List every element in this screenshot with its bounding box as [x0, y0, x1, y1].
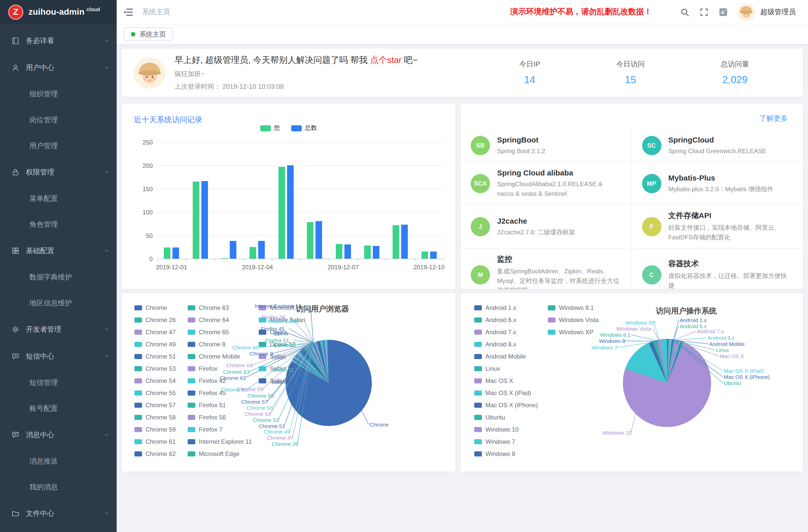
sidebar-item-basic-config[interactable]: 基础配置 — [0, 237, 117, 264]
legend-item[interactable]: Android 7.x — [474, 329, 538, 336]
legend-item[interactable]: Chrome 47 — [134, 329, 176, 336]
legend-item[interactable]: 您 — [260, 124, 280, 132]
font-size-icon[interactable]: A+ — [719, 7, 728, 17]
legend-item[interactable]: Opera — [259, 329, 305, 336]
legend-item[interactable]: Firefox — [188, 365, 252, 372]
legend-label: Mac OS X (iPad) — [485, 389, 531, 397]
sidebar-item-permission[interactable]: 权限管理 — [0, 159, 117, 186]
legend-item[interactable]: Ubuntu — [474, 414, 538, 421]
menu-label: 务必详看 — [26, 36, 54, 45]
legend-label: Windows 7 — [485, 438, 515, 445]
sidebar-subitem[interactable]: 我的消息 — [0, 474, 117, 500]
legend-item[interactable]: Mac OS X — [474, 377, 538, 384]
star-link[interactable]: 点个star — [370, 55, 402, 65]
legend-item[interactable]: Firefox 42 — [188, 377, 252, 384]
legend-item[interactable]: Windows 7 — [474, 438, 538, 445]
sidebar-subitem[interactable]: 消息推送 — [0, 448, 117, 474]
legend-item[interactable]: Mac OS X (iPad) — [474, 389, 538, 397]
sidebar-item-sms-center[interactable]: 短信中心 — [0, 343, 117, 370]
feature-item[interactable]: SC SpringCloud Spring Cloud Greenwich.RE… — [632, 129, 803, 162]
feature-item[interactable]: MP Mybatis-Plus Mybatis-plus 3.2.0：Mybat… — [632, 162, 803, 205]
sidebar-subitem[interactable]: 地区信息维护 — [0, 290, 117, 316]
legend-item[interactable]: Windows XP — [548, 329, 599, 336]
legend-item[interactable]: Chrome 65 — [188, 329, 252, 336]
legend-label: Windows 10 — [485, 426, 519, 433]
sidebar-subitem[interactable]: 岗位管理 — [0, 107, 117, 133]
feature-item[interactable]: J J2cache J2cache2.7.8: 二级缓存框架 — [461, 205, 632, 248]
bar — [422, 252, 428, 259]
fullscreen-icon[interactable] — [699, 7, 709, 17]
menu-collapse-icon[interactable] — [123, 6, 134, 18]
legend-item[interactable]: Microsoft Edge — [188, 450, 252, 457]
legend-item[interactable]: Windows 8.1 — [548, 304, 599, 311]
feature-item[interactable]: M 监控 集成SpringBootAdmin、Zipkin、Redis、Mysq… — [461, 248, 632, 289]
legend-item[interactable]: Mac OS X (iPhone) — [474, 402, 538, 409]
legend-item[interactable]: Chrome 59 — [134, 426, 176, 433]
legend-item[interactable]: Safari — [259, 353, 305, 360]
legend-item[interactable]: Chrome 57 — [134, 402, 176, 409]
legend-item[interactable]: 总数 — [291, 124, 317, 132]
feature-item[interactable]: C 容器技术 虚拟化容器技术，让迁移、部署更加方便快捷 — [632, 248, 803, 289]
feature-item[interactable]: SB SpringBoot Spring Boot 2.1.2 — [461, 129, 632, 162]
feature-item[interactable]: F 文件存储API 封装文件接口，实现本地存储、阿里云、FastDFS存储的配置… — [632, 205, 803, 248]
legend-item[interactable]: Chrome 58 — [134, 414, 176, 421]
legend-label: Safari 11 — [270, 365, 294, 372]
legend-item[interactable]: Android Mobile — [474, 353, 538, 360]
breadcrumb[interactable]: 系统主页 — [142, 7, 170, 17]
legend-item[interactable]: Linux — [474, 365, 538, 372]
sidebar-item-message-center[interactable]: 消息中心 — [0, 421, 117, 448]
legend-item[interactable]: Chrome 63 — [188, 304, 252, 311]
greeting-card: 早上好, 超级管理员, 今天帮别人解决问题了吗 帮我 点个star 吧~ 疯狂加… — [122, 49, 803, 97]
legend-item[interactable]: Safari 11 — [259, 365, 305, 372]
legend-item[interactable]: Chrome 53 — [134, 365, 176, 372]
sidebar-item-user-center[interactable]: 用户中心 — [0, 54, 117, 81]
legend-item[interactable]: Chrome — [134, 304, 176, 311]
legend-item[interactable]: Android 6.x — [474, 316, 538, 324]
learn-more-link[interactable]: 了解更多 — [759, 114, 788, 123]
sidebar-item-file-center[interactable]: 文件中心 — [0, 500, 117, 527]
legend-item[interactable]: Chrome 49 — [134, 341, 176, 348]
legend-item[interactable]: Firefox 51 — [188, 402, 252, 409]
legend-item[interactable]: Opera 12 — [259, 341, 305, 348]
legend-item[interactable]: Chrome Mobile — [188, 353, 252, 360]
user-avatar[interactable] — [737, 3, 755, 21]
sidebar-subitem[interactable]: 数据字典维护 — [0, 264, 117, 290]
tab-system-home[interactable]: 系统主页 — [124, 27, 173, 41]
legend-item[interactable]: Windows 8 — [474, 450, 538, 457]
legend-item[interactable]: Android 1.x — [474, 304, 538, 311]
legend-item[interactable]: Chrome 61 — [134, 438, 176, 445]
app-logo[interactable]: Z zuihou-admin cloud — [0, 0, 117, 24]
sidebar-subitem[interactable]: 菜单配置 — [0, 186, 117, 212]
feature-desc: SpringCloudAlibaba2.1.0.RELEASE & nacos … — [497, 180, 620, 199]
legend-item[interactable]: Chrome 26 — [134, 316, 176, 324]
legend-item[interactable]: Chrome 51 — [134, 353, 176, 360]
legend-item[interactable]: Internet Explorer 11 — [188, 438, 252, 445]
sidebar-subitem[interactable]: 组织管理 — [0, 81, 117, 107]
current-user-name[interactable]: 超级管理员 — [760, 7, 796, 17]
legend-item[interactable]: Chrome 55 — [134, 389, 176, 397]
legend-item[interactable]: Chrome 64 — [188, 316, 252, 324]
sidebar-subitem[interactable]: 用户管理 — [0, 133, 117, 159]
visit-chart-title: 近十天系统访问记录 — [134, 115, 202, 125]
visit-bar-chart: 0501001502002502019-12-012019-12-042019-… — [157, 143, 443, 259]
legend-item[interactable]: Chrome 8 — [188, 341, 252, 348]
legend-item[interactable]: Windows 10 — [474, 426, 538, 433]
stat-value: 14 — [519, 74, 540, 86]
legend-item[interactable]: Safari 9 — [259, 377, 305, 384]
sidebar-subitem[interactable]: 角色管理 — [0, 212, 117, 237]
legend-chip — [474, 439, 482, 444]
legend-item[interactable]: Chrome 54 — [134, 377, 176, 384]
feature-item[interactable]: SCA Spring Cloud alibaba SpringCloudAlib… — [461, 162, 632, 205]
legend-item[interactable]: Android 8.x — [474, 341, 538, 348]
legend-item[interactable]: Firefox 45 — [188, 389, 252, 397]
legend-item[interactable]: Chrome 62 — [134, 450, 176, 457]
sidebar-item-must-read[interactable]: 务必详看 — [0, 27, 117, 54]
sidebar-item-developer[interactable]: 开发者管理 — [0, 316, 117, 343]
legend-item[interactable]: Windows Vista — [548, 316, 599, 324]
legend-item[interactable]: Firefox 56 — [188, 414, 252, 421]
search-icon[interactable] — [680, 7, 689, 17]
sidebar-subitem[interactable]: 短信管理 — [0, 370, 117, 396]
sidebar-subitem[interactable]: 账号配置 — [0, 396, 117, 421]
legend-item[interactable]: Firefox 7 — [188, 426, 252, 433]
legend-item[interactable]: Mobile Safari — [259, 316, 305, 324]
